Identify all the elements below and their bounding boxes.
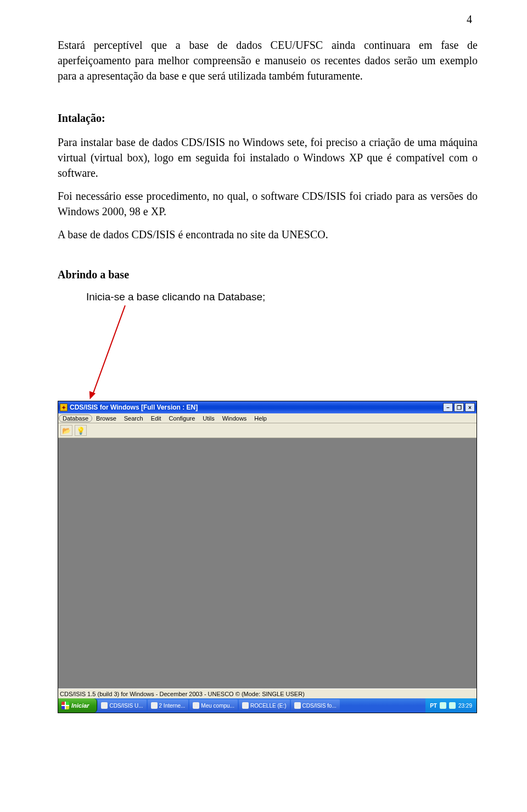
mdi-client-area: [58, 438, 476, 688]
screenshot: ✦ CDS/ISIS for Windows [Full Version : E…: [58, 401, 477, 713]
install-p3: A base de dados CDS/ISIS é encontrada no…: [58, 227, 478, 242]
open-instruction: Inicia-se a base clicando na Database;: [86, 291, 478, 303]
task-icon: [294, 702, 301, 709]
window-title: CDS/ISIS for Windows [Full Version : EN]: [70, 404, 443, 411]
task-item[interactable]: Meu compu...: [189, 699, 238, 712]
language-indicator[interactable]: PT: [430, 703, 437, 709]
tray-icon[interactable]: [440, 702, 446, 709]
taskbar: Iniciar CDS/ISIS U... 2 Interne... Meu c…: [58, 698, 476, 713]
toolbar: 📂 💡: [58, 423, 476, 438]
task-item[interactable]: ROCELLE (E:): [239, 699, 290, 712]
menu-utils[interactable]: Utils: [199, 415, 218, 422]
hint-icon[interactable]: 💡: [75, 425, 87, 436]
install-p1: Para instalar base de dados CDS/ISIS no …: [58, 135, 478, 181]
menu-database[interactable]: Database: [59, 415, 92, 422]
annotation-arrow: [58, 305, 478, 400]
task-icon: [151, 702, 158, 709]
menu-windows[interactable]: Windows: [218, 415, 251, 422]
app-icon: ✦: [60, 404, 68, 411]
task-icon: [242, 702, 249, 709]
task-item[interactable]: 2 Interne...: [148, 699, 189, 712]
task-icon: [101, 702, 108, 709]
minimize-button[interactable]: –: [443, 403, 453, 412]
open-icon[interactable]: 📂: [60, 425, 72, 436]
menu-configure[interactable]: Configure: [165, 415, 199, 422]
open-heading: Abrindo a base: [58, 268, 478, 281]
menu-bar: Database Browse Search Edit Configure Ut…: [58, 413, 476, 423]
menu-search[interactable]: Search: [120, 415, 147, 422]
window-titlebar: ✦ CDS/ISIS for Windows [Full Version : E…: [58, 401, 476, 413]
menu-edit[interactable]: Edit: [147, 415, 165, 422]
install-heading: Intalação:: [58, 112, 478, 125]
intro-paragraph: Estará perceptível que a base de dados C…: [58, 37, 478, 83]
status-bar: CDS/ISIS 1.5 (build 3) for Windows - Dec…: [58, 688, 476, 698]
task-item[interactable]: CDS/ISIS U...: [98, 699, 146, 712]
clock: 23:29: [458, 703, 472, 709]
close-button[interactable]: ×: [465, 403, 475, 412]
menu-help[interactable]: Help: [250, 415, 271, 422]
install-p2: Foi necessário esse procedimento, no qua…: [58, 188, 478, 219]
tray-icon[interactable]: [449, 702, 456, 709]
start-label: Iniciar: [71, 702, 89, 709]
menu-browse[interactable]: Browse: [92, 415, 120, 422]
maximize-button[interactable]: ❐: [454, 403, 464, 412]
windows-logo-icon: [61, 702, 69, 709]
task-item[interactable]: CDS/ISIS fo...: [291, 699, 340, 712]
system-tray[interactable]: PT 23:29: [425, 698, 476, 713]
page-number: 4: [467, 13, 472, 26]
task-icon: [193, 702, 199, 709]
start-button[interactable]: Iniciar: [58, 698, 97, 713]
